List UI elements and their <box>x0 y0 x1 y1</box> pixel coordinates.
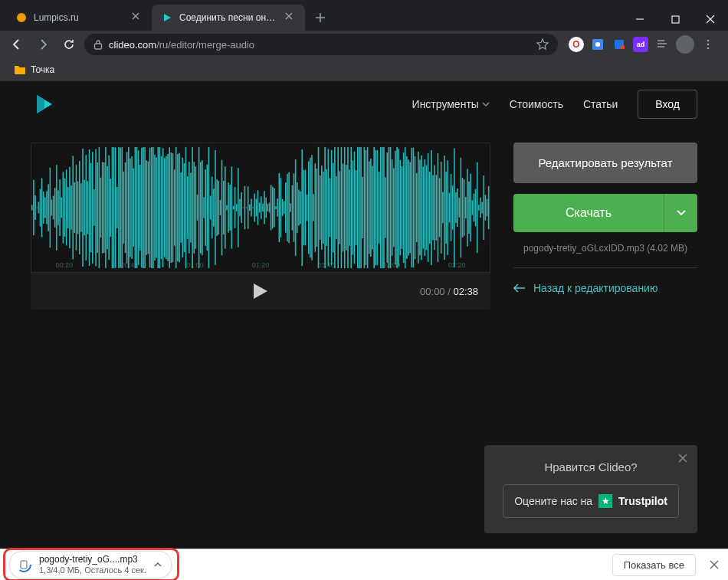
svg-rect-108 <box>192 147 193 268</box>
svg-rect-112 <box>198 147 200 268</box>
svg-rect-289 <box>488 186 490 229</box>
audio-waveform[interactable]: 00:2000:4001:0001:2001:4002:0002:20 <box>31 143 490 273</box>
svg-rect-152 <box>264 192 265 224</box>
nav-tools[interactable]: Инструменты <box>412 98 490 110</box>
svg-rect-144 <box>251 198 252 216</box>
svg-rect-155 <box>269 203 271 213</box>
extension-icon[interactable]: ad <box>633 37 648 52</box>
download-dropdown[interactable] <box>664 194 697 232</box>
svg-rect-115 <box>203 197 205 218</box>
svg-rect-261 <box>442 192 444 224</box>
svg-rect-186 <box>320 175 321 240</box>
svg-rect-159 <box>275 206 277 209</box>
svg-rect-271 <box>458 198 460 218</box>
svg-rect-131 <box>229 185 231 231</box>
svg-rect-148 <box>257 190 259 224</box>
svg-rect-204 <box>349 169 350 245</box>
show-all-downloads-button[interactable]: Показать все <box>612 554 696 576</box>
back-to-edit-link[interactable]: Назад к редактированию <box>513 282 697 294</box>
waveform-time-marks: 00:2000:4001:0001:2001:4002:0002:20 <box>31 261 490 269</box>
divider <box>513 267 697 268</box>
svg-rect-36 <box>74 182 76 233</box>
edit-result-button[interactable]: Редактировать результат <box>513 143 697 183</box>
svg-rect-198 <box>339 171 341 244</box>
nav-back-button[interactable] <box>6 34 28 55</box>
extension-icon[interactable] <box>590 37 605 52</box>
download-chip[interactable]: pogody-tretiy_oG....mp3 1,3/4,0 МБ, Оста… <box>9 551 172 578</box>
close-icon[interactable] <box>677 453 688 464</box>
nav-reload-button[interactable] <box>58 34 80 55</box>
svg-rect-17 <box>43 192 44 224</box>
svg-rect-208 <box>356 170 357 245</box>
svg-rect-52 <box>100 178 102 238</box>
svg-rect-153 <box>265 198 267 218</box>
play-button[interactable] <box>252 282 269 300</box>
svg-rect-141 <box>246 208 248 208</box>
svg-rect-78 <box>143 147 144 268</box>
svg-rect-230 <box>392 159 393 256</box>
svg-rect-93 <box>167 154 169 261</box>
svg-rect-57 <box>108 156 110 261</box>
svg-rect-199 <box>341 147 343 268</box>
chevron-up-icon[interactable] <box>154 562 162 567</box>
svg-rect-157 <box>272 187 274 229</box>
rate-trustpilot-button[interactable]: Оцените нас на ★ Trustpilot <box>503 484 679 518</box>
browser-tab-clideo[interactable]: Соединить песни онлайн — Со... <box>152 5 305 31</box>
window-minimize-button[interactable] <box>622 8 657 31</box>
svg-rect-283 <box>478 205 480 210</box>
browser-tab-lumpics[interactable]: Lumpics.ru <box>6 5 152 31</box>
svg-rect-168 <box>290 203 291 211</box>
svg-rect-212 <box>362 177 363 238</box>
svg-rect-126 <box>221 160 223 256</box>
svg-rect-287 <box>485 195 487 220</box>
new-tab-button[interactable] <box>310 7 331 28</box>
star-icon[interactable] <box>536 38 549 51</box>
svg-rect-74 <box>136 147 138 268</box>
tab-close-icon[interactable] <box>285 12 296 23</box>
svg-point-8 <box>707 44 710 46</box>
bookmark-folder[interactable]: Точка <box>9 61 59 78</box>
tab-title: Соединить песни онлайн — Со... <box>179 12 279 23</box>
download-button[interactable]: Скачать <box>513 194 697 232</box>
svg-rect-85 <box>154 155 156 261</box>
reading-list-icon[interactable] <box>654 37 670 52</box>
svg-rect-235 <box>400 160 402 255</box>
nav-label: Статьи <box>583 98 618 110</box>
nav-pricing[interactable]: Стоимость <box>510 98 563 110</box>
svg-rect-238 <box>405 147 406 268</box>
svg-rect-175 <box>301 149 303 266</box>
svg-rect-124 <box>218 181 219 234</box>
tab-close-icon[interactable] <box>132 12 143 23</box>
extension-icon[interactable]: O <box>569 37 584 52</box>
svg-rect-90 <box>162 148 164 267</box>
browser-menu-icon[interactable] <box>700 37 716 52</box>
nav-articles[interactable]: Статьи <box>583 98 618 110</box>
window-maximize-button[interactable] <box>657 8 693 31</box>
svg-rect-6 <box>621 45 625 49</box>
profile-avatar[interactable] <box>676 35 694 54</box>
svg-rect-252 <box>428 153 429 262</box>
svg-rect-77 <box>141 148 143 268</box>
svg-rect-281 <box>475 189 477 227</box>
svg-rect-278 <box>470 174 471 242</box>
svg-rect-14 <box>38 202 40 214</box>
svg-rect-121 <box>213 188 215 226</box>
window-close-button[interactable] <box>693 8 728 31</box>
address-bar[interactable]: clideo.com/ru/editor/merge-audio <box>84 34 558 55</box>
extension-icon[interactable] <box>612 37 627 52</box>
svg-rect-171 <box>295 159 297 256</box>
download-main[interactable]: Скачать <box>513 194 664 232</box>
svg-rect-34 <box>71 185 72 229</box>
nav-label: Стоимость <box>510 98 563 110</box>
svg-rect-92 <box>166 156 167 260</box>
close-download-bar-icon[interactable] <box>710 560 719 569</box>
login-button[interactable]: Вход <box>638 90 697 119</box>
svg-rect-119 <box>210 196 212 220</box>
svg-rect-268 <box>454 148 455 267</box>
svg-rect-196 <box>336 176 337 239</box>
svg-rect-227 <box>386 152 388 263</box>
clideo-logo-icon[interactable] <box>31 92 55 116</box>
svg-rect-210 <box>359 147 360 268</box>
svg-rect-288 <box>487 199 488 217</box>
nav-forward-button[interactable] <box>32 34 54 55</box>
